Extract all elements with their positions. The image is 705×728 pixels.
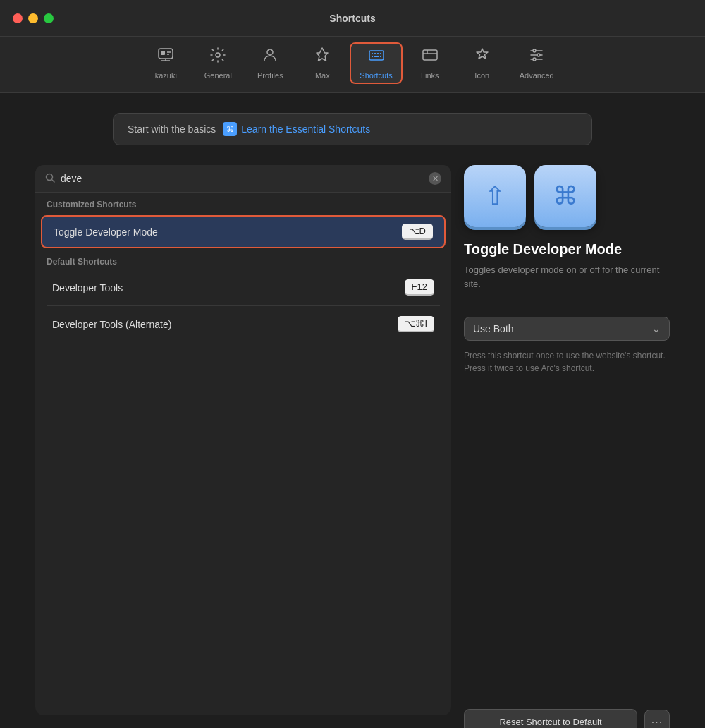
toolbar-item-links-label: Links — [421, 71, 439, 80]
shortcut-name-devtools-alt: Developer Tools (Alternate) — [52, 319, 171, 330]
svg-rect-14 — [374, 56, 379, 57]
use-both-description: Press this shortcut once to use the webs… — [464, 349, 670, 375]
learn-text: Learn the Essential Shortcuts — [241, 123, 370, 135]
divider — [47, 305, 440, 306]
toolbar: kazuki General Profiles Max — [0, 37, 705, 93]
toolbar-item-max[interactable]: Max — [298, 42, 347, 84]
search-bar: ✕ — [35, 165, 451, 193]
svg-point-6 — [216, 53, 220, 57]
maximize-button[interactable] — [44, 13, 54, 23]
cmd-badge-icon: ⌘ — [223, 122, 237, 136]
start-text: Start with the basics — [128, 123, 216, 135]
content-area: Start with the basics ⌘ Learn the Essent… — [0, 93, 705, 728]
search-clear-button[interactable]: ✕ — [429, 172, 441, 185]
window-title: Shortcuts — [329, 13, 375, 24]
shift-key-button: ⇧ — [464, 165, 526, 227]
shortcut-key-devtools: F12 — [405, 279, 434, 296]
default-section-header: Default Shortcuts — [35, 250, 451, 271]
svg-rect-13 — [372, 56, 373, 57]
cmd-key-button: ⌘ — [534, 165, 596, 227]
kazuki-icon — [157, 47, 174, 68]
svg-point-7 — [267, 49, 273, 55]
toolbar-item-shortcuts[interactable]: Shortcuts — [350, 42, 402, 84]
svg-rect-9 — [372, 53, 373, 54]
shortcut-row-developer-tools[interactable]: Developer Tools F12 — [41, 272, 446, 303]
profiles-icon — [262, 47, 278, 68]
svg-point-23 — [537, 54, 540, 56]
toolbar-item-profiles[interactable]: Profiles — [245, 42, 295, 84]
advanced-icon — [528, 47, 545, 68]
max-icon — [314, 47, 331, 68]
toolbar-item-kazuki-label: kazuki — [155, 71, 177, 80]
customized-section-header: Customized Shortcuts — [35, 193, 451, 214]
reset-shortcut-button[interactable]: Reset Shortcut to Default — [464, 709, 637, 728]
svg-rect-15 — [380, 56, 381, 57]
svg-point-24 — [533, 58, 536, 61]
toolbar-item-kazuki[interactable]: kazuki — [141, 42, 190, 84]
icon-icon — [474, 47, 491, 68]
learn-link[interactable]: ⌘ Learn the Essential Shortcuts — [223, 122, 370, 136]
shortcut-name-toggle: Toggle Developer Mode — [54, 226, 158, 238]
keyboard-icon — [368, 47, 385, 68]
toolbar-item-max-label: Max — [315, 71, 330, 80]
svg-rect-8 — [369, 51, 384, 60]
shortcut-name-devtools: Developer Tools — [52, 282, 123, 293]
svg-rect-1 — [161, 51, 165, 55]
svg-rect-10 — [374, 53, 376, 54]
use-both-dropdown[interactable]: Use Both ⌄ — [464, 317, 670, 341]
toolbar-item-advanced-label: Advanced — [520, 71, 554, 80]
toolbar-item-icon-label: Icon — [474, 71, 489, 80]
shortcuts-list: Customized Shortcuts Toggle Developer Mo… — [35, 193, 451, 715]
toolbar-item-icon[interactable]: Icon — [458, 42, 507, 84]
svg-point-22 — [533, 49, 536, 52]
svg-rect-11 — [377, 53, 379, 54]
more-options-button[interactable]: ··· — [644, 710, 670, 729]
svg-line-26 — [52, 179, 55, 182]
close-button[interactable] — [13, 13, 23, 23]
key-display: ⇧ ⌘ — [464, 165, 670, 227]
shortcut-row-developer-tools-alt[interactable]: Developer Tools (Alternate) ⌥⌘I — [41, 309, 446, 339]
shortcut-row-toggle-developer-mode[interactable]: Toggle Developer Mode ⌥D — [41, 215, 446, 248]
shortcut-detail-title: Toggle Developer Mode — [464, 241, 670, 257]
basics-banner: Start with the basics ⌘ Learn the Essent… — [113, 113, 592, 145]
toolbar-item-links[interactable]: Links — [405, 42, 455, 84]
svg-rect-16 — [423, 50, 437, 60]
toolbar-item-advanced[interactable]: Advanced — [510, 42, 564, 84]
bottom-bar: Reset Shortcut to Default ··· — [464, 709, 670, 728]
search-input[interactable] — [61, 173, 423, 184]
titlebar: Shortcuts — [0, 0, 705, 37]
use-both-label: Use Both — [473, 323, 514, 334]
toolbar-item-general-label: General — [204, 71, 232, 80]
panel-divider — [464, 305, 670, 305]
links-icon — [422, 47, 439, 68]
toolbar-item-shortcuts-label: Shortcuts — [360, 71, 392, 80]
main-area: ✕ Customized Shortcuts Toggle Developer … — [35, 165, 670, 728]
minimize-button[interactable] — [28, 13, 38, 23]
toolbar-item-profiles-label: Profiles — [257, 71, 283, 80]
shortcut-key-devtools-alt: ⌥⌘I — [398, 316, 434, 332]
chevron-down-icon: ⌄ — [652, 323, 661, 334]
svg-rect-12 — [380, 53, 381, 54]
traffic-lights — [13, 13, 54, 23]
search-icon — [45, 173, 55, 185]
left-panel: ✕ Customized Shortcuts Toggle Developer … — [35, 165, 451, 715]
shortcut-key-toggle: ⌥D — [402, 224, 433, 240]
toolbar-item-general[interactable]: General — [193, 42, 243, 84]
gear-icon — [209, 47, 226, 68]
shortcut-detail-desc: Toggles developer mode on or off for the… — [464, 263, 670, 291]
right-panel: ⇧ ⌘ Toggle Developer Mode Toggles develo… — [464, 165, 670, 728]
